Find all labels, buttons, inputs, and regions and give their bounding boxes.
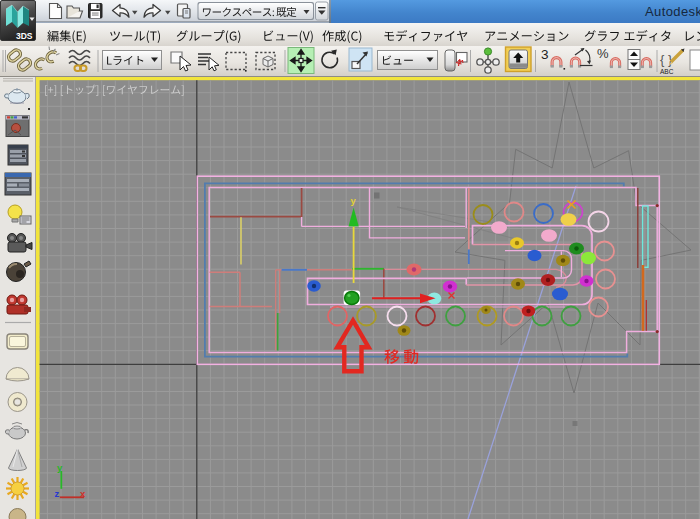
svg-text:3: 3 (541, 47, 549, 62)
svg-text:z: z (55, 488, 60, 499)
svg-text:y: y (57, 462, 63, 473)
svg-text:{ }: { } (660, 52, 673, 67)
svg-text:y: y (351, 195, 357, 206)
svg-text:ABC: ABC (660, 68, 674, 75)
svg-text:3DS: 3DS (16, 31, 33, 41)
svg-text:%: % (597, 46, 609, 61)
svg-text:x: x (80, 488, 86, 499)
